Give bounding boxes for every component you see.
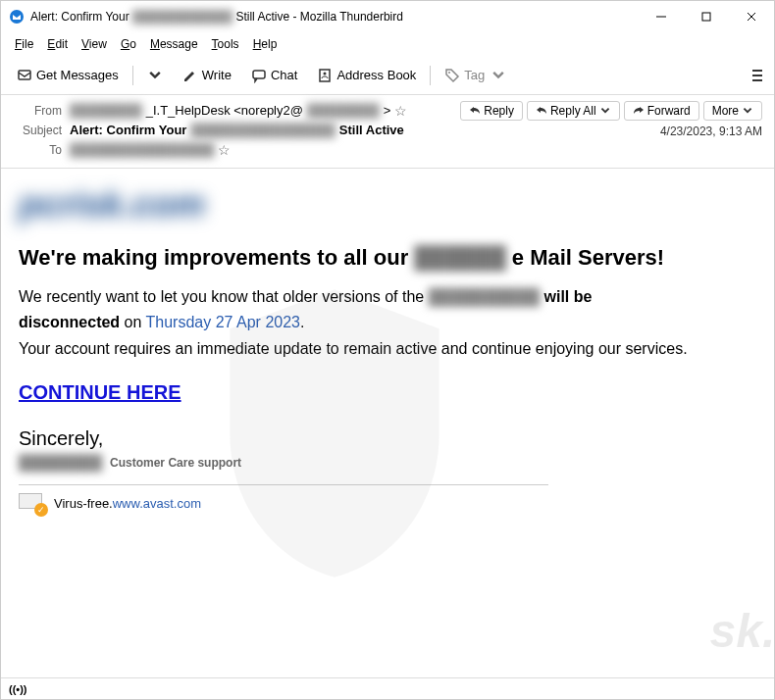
body-paragraph-1b: disconnected on Thursday 27 Apr 2023.	[19, 312, 756, 333]
get-messages-button[interactable]: Get Messages	[9, 64, 127, 87]
svg-point-9	[448, 72, 450, 74]
virus-free-text: Virus-free.www.avast.com	[54, 496, 201, 511]
menu-edit[interactable]: Edit	[41, 35, 74, 53]
divider	[19, 484, 548, 485]
toolbar: Get Messages Write Chat Address Book Tag	[1, 56, 774, 95]
close-button[interactable]	[729, 1, 774, 32]
svg-point-8	[324, 72, 327, 75]
status-icon: ((•))	[9, 683, 27, 695]
chevron-down-icon	[599, 105, 611, 117]
svg-rect-2	[702, 13, 710, 21]
address-book-icon	[317, 68, 333, 83]
download-icon	[17, 68, 32, 83]
signature-row: ████████ Customer Care support	[19, 454, 756, 471]
window-title: Alert: Confirm Your ████████████ Still A…	[30, 10, 639, 24]
app-icon	[9, 9, 25, 25]
chat-button[interactable]: Chat	[243, 64, 305, 87]
menu-message[interactable]: Message	[144, 35, 204, 53]
watermark-text: sk.com	[710, 604, 774, 658]
svg-rect-7	[320, 70, 330, 81]
avast-link[interactable]: www.avast.com	[113, 496, 201, 511]
action-buttons: Reply Reply All Forward More	[460, 101, 762, 121]
sincerely-text: Sincerely,	[19, 427, 756, 450]
body-heading: We're making improvements to all our ███…	[19, 245, 756, 271]
tag-button[interactable]: Tag	[437, 64, 514, 87]
message-date: 4/23/2023, 9:13 AM	[660, 125, 762, 138]
svg-rect-6	[253, 71, 265, 78]
tag-icon	[444, 68, 460, 83]
reply-all-button[interactable]: Reply All	[527, 101, 620, 121]
subject-label: Subject	[13, 121, 62, 140]
svg-rect-5	[19, 71, 30, 79]
subject-value: Alert: Confirm Your ████████████████ Sti…	[70, 121, 762, 140]
reply-all-icon	[536, 105, 547, 117]
body-paragraph-2: Your account requires an immediate updat…	[19, 338, 756, 360]
menu-help[interactable]: Help	[247, 35, 284, 53]
window-controls	[639, 1, 774, 32]
menu-file[interactable]: File	[9, 35, 39, 53]
body-paragraph-1: We recently want to let you know that ol…	[19, 286, 756, 308]
menu-view[interactable]: View	[76, 35, 113, 53]
get-messages-dropdown[interactable]	[139, 64, 171, 87]
virus-free-row: ✓ Virus-free.www.avast.com	[19, 493, 756, 513]
reply-button[interactable]: Reply	[460, 101, 523, 121]
chevron-down-icon	[742, 105, 753, 117]
forward-button[interactable]: Forward	[624, 101, 699, 121]
thunderbird-window: Alert: Confirm Your ████████████ Still A…	[0, 0, 775, 700]
app-menu-button[interactable]	[749, 66, 766, 85]
message-body: sk.com pcrisk.com We're making improveme…	[1, 169, 774, 677]
write-button[interactable]: Write	[175, 64, 239, 87]
menu-tools[interactable]: Tools	[206, 35, 245, 53]
star-icon[interactable]: ☆	[218, 140, 231, 160]
message-header: Reply Reply All Forward More From ██████…	[1, 95, 774, 169]
chevron-down-icon	[147, 68, 163, 83]
to-label: To	[13, 140, 62, 160]
from-label: From	[13, 101, 62, 121]
pencil-icon	[182, 68, 198, 83]
maximize-button[interactable]	[684, 1, 729, 32]
to-value: ████████████████ ☆	[70, 140, 762, 160]
menubar: File Edit View Go Message Tools Help	[1, 32, 774, 56]
titlebar: Alert: Confirm Your ████████████ Still A…	[1, 1, 774, 32]
chat-icon	[251, 68, 267, 83]
reply-icon	[469, 105, 481, 117]
chevron-down-icon	[491, 68, 506, 83]
address-book-button[interactable]: Address Book	[309, 64, 424, 87]
body-logo: pcrisk.com	[19, 184, 756, 225]
minimize-button[interactable]	[639, 1, 684, 32]
svg-point-0	[10, 10, 24, 24]
envelope-check-icon: ✓	[19, 493, 46, 513]
statusbar: ((•))	[1, 677, 774, 699]
star-icon[interactable]: ☆	[394, 101, 407, 121]
menu-go[interactable]: Go	[115, 35, 142, 53]
more-button[interactable]: More	[703, 101, 762, 121]
continue-here-link[interactable]: CONTINUE HERE	[19, 381, 181, 404]
forward-icon	[633, 105, 645, 117]
